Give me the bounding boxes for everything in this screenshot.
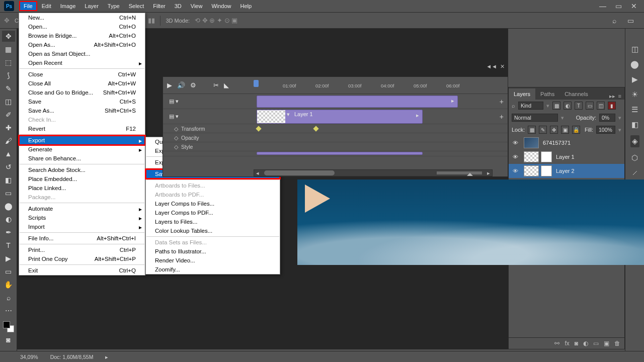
menu-item[interactable]: RevertF12 <box>19 124 145 133</box>
maximize-icon[interactable]: ▭ <box>615 2 622 10</box>
mask-icon[interactable]: ◙ <box>575 340 578 347</box>
zoom-tool[interactable]: ⌕ <box>2 292 15 303</box>
crop-tool[interactable]: ◫ <box>2 96 15 107</box>
clip-2[interactable]: ▾Layer 1 ▸ <box>257 110 423 124</box>
workspace-switcher-icon[interactable]: ▭ <box>627 17 634 25</box>
opacity-value[interactable]: 0% <box>599 114 615 122</box>
track-menu-icon[interactable]: ▤ ▾ <box>169 113 179 120</box>
visibility-icon[interactable]: 👁 <box>513 168 520 174</box>
tab-layers[interactable]: Layers <box>509 88 535 100</box>
expand-icon[interactable]: ▾ <box>285 111 291 117</box>
delete-icon[interactable]: 🗑 <box>614 340 620 347</box>
adjustment-icon[interactable]: ◐ <box>583 340 588 347</box>
eraser-tool[interactable]: ◧ <box>2 174 15 186</box>
menu-select[interactable]: Select <box>124 1 149 11</box>
doc-size[interactable]: Doc: 1,60M/8,55M <box>50 354 94 360</box>
3d-mode-icons[interactable]: ⟲ ✥ ⊕ ✦ ⊙ ▣ <box>195 17 237 24</box>
filter-shape-icon[interactable]: ▭ <box>586 102 594 110</box>
properties-icon[interactable]: ◫ <box>631 45 638 54</box>
menu-item[interactable]: Layer Comps to Files... <box>146 199 280 208</box>
shape-tool[interactable]: ▭ <box>2 266 15 277</box>
status-chevron-icon[interactable]: ▸ <box>105 354 108 360</box>
filter-adjust-icon[interactable]: ◐ <box>564 102 572 110</box>
menu-item[interactable]: Save As...Shift+Ctrl+S <box>19 106 145 115</box>
tab-channels[interactable]: Channels <box>559 88 593 100</box>
filter-toggle[interactable]: ▮ <box>608 102 616 110</box>
lock-artboard-icon[interactable]: ▣ <box>561 126 569 134</box>
lock-transparent-icon[interactable]: ▩ <box>528 126 536 134</box>
type-tool[interactable]: T <box>2 240 15 251</box>
filter-type-icon[interactable]: T <box>575 102 583 110</box>
color-icon[interactable]: ⬤ <box>630 60 639 69</box>
minimize-icon[interactable]: — <box>599 2 606 10</box>
menu-item[interactable]: Close and Go to Bridge...Shift+Ctrl+W <box>19 88 145 97</box>
channels-icon[interactable]: ⬡ <box>631 153 638 162</box>
audio-button[interactable]: 🔊 <box>177 81 185 89</box>
tab-paths[interactable]: Paths <box>535 88 559 100</box>
lock-all-icon[interactable]: 🔒 <box>572 126 580 134</box>
link-layers-icon[interactable]: ⚯ <box>554 340 559 347</box>
split-button[interactable]: ✂ <box>213 81 219 89</box>
history-brush-tool[interactable]: ↺ <box>2 161 15 172</box>
collapse-icon[interactable]: ◄◄ <box>486 63 497 70</box>
layers-icon[interactable]: ◈ <box>630 135 639 147</box>
play-icon[interactable]: ▶ <box>632 75 638 84</box>
menu-item[interactable]: Render Video... <box>146 256 280 265</box>
timeline-zoom-slider[interactable] <box>437 171 482 174</box>
fill-value[interactable]: 100% <box>596 126 615 134</box>
blend-mode-select[interactable]: Normal <box>512 114 558 122</box>
menu-image[interactable]: Image <box>56 1 80 11</box>
menu-item[interactable]: Open Recent▸ <box>19 58 145 67</box>
group-icon[interactable]: ▭ <box>593 340 599 347</box>
menu-3d[interactable]: 3D <box>170 1 186 11</box>
menu-layer[interactable]: Layer <box>80 1 103 11</box>
marquee-tool[interactable]: ⬚ <box>2 57 15 68</box>
settings-button[interactable]: ⚙ <box>190 81 196 89</box>
timeline-scrollbar[interactable]: ◂ ▸ <box>254 169 493 176</box>
close-icon[interactable]: ✕ <box>631 2 637 10</box>
search-icon[interactable]: ⌕ <box>612 17 616 25</box>
menu-item[interactable]: Automate▸ <box>19 204 145 213</box>
layer-row[interactable]: 👁Layer 1 <box>509 150 624 164</box>
expand-icon[interactable]: ▸▸ <box>609 93 615 100</box>
quick-select-tool[interactable]: ✎ <box>2 83 15 94</box>
visibility-icon[interactable]: 👁 <box>513 140 520 146</box>
filter-smart-icon[interactable]: ◫ <box>597 102 605 110</box>
color-swatches[interactable] <box>3 321 14 332</box>
menu-item[interactable]: Open as Smart Object... <box>19 49 145 58</box>
styles-icon[interactable]: ◧ <box>631 120 638 129</box>
quick-mask[interactable]: ◙ <box>2 334 15 345</box>
timeline-ruler[interactable]: 01:00f 02:00f 03:00f 04:00f 05:00f 06:00… <box>254 79 493 92</box>
track-menu-icon[interactable]: ▤ ▾ <box>169 98 179 105</box>
visibility-icon[interactable]: 👁 <box>513 154 520 160</box>
menu-item[interactable]: Close AllAlt+Ctrl+W <box>19 79 145 88</box>
layer-row[interactable]: 👁674157371 <box>509 136 624 150</box>
menu-edit[interactable]: Edit <box>37 1 56 11</box>
menu-item[interactable]: Print One CopyAlt+Shift+Ctrl+P <box>19 254 145 263</box>
dodge-tool[interactable]: ◐ <box>2 214 15 225</box>
stamp-tool[interactable]: ▲ <box>2 148 15 159</box>
menu-item[interactable]: Share on Behance... <box>19 154 145 163</box>
menu-help[interactable]: Help <box>236 1 257 11</box>
lock-paint-icon[interactable]: ✎ <box>539 126 547 134</box>
menu-item[interactable]: Browse in Bridge...Alt+Ctrl+O <box>19 31 145 40</box>
filter-kind[interactable]: Kind <box>518 102 543 110</box>
menu-window[interactable]: Window <box>207 1 235 11</box>
menu-item[interactable]: Import▸ <box>19 222 145 231</box>
menu-item[interactable]: New...Ctrl+N <box>19 13 145 22</box>
move-tool[interactable]: ✥ <box>2 31 15 42</box>
brush-tool[interactable]: 🖌 <box>2 135 15 146</box>
paths-icon[interactable]: ⟋ <box>631 168 638 177</box>
healing-tool[interactable]: ✚ <box>2 122 15 133</box>
menu-item[interactable]: Open As...Alt+Shift+Ctrl+O <box>19 40 145 49</box>
close-icon[interactable]: ✕ <box>500 63 505 70</box>
filter-pixel-icon[interactable]: ▩ <box>552 102 560 110</box>
menu-item[interactable]: Zoomify... <box>146 265 280 274</box>
menu-file[interactable]: File <box>19 1 37 11</box>
menu-item[interactable]: Generate▸ <box>19 145 145 154</box>
menu-filter[interactable]: Filter <box>148 1 170 11</box>
lasso-tool[interactable]: ⟆ <box>2 70 15 81</box>
add-track-2[interactable]: + <box>500 113 504 121</box>
menu-item[interactable]: Search Adobe Stock... <box>19 165 145 174</box>
blur-tool[interactable]: ⬤ <box>2 201 15 212</box>
